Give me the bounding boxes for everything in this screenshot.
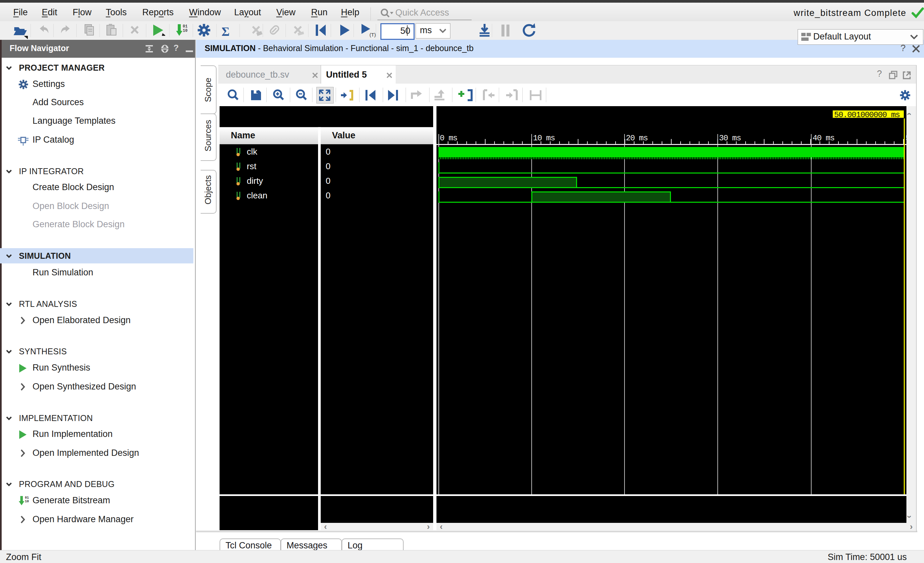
svg-text:01: 01	[183, 24, 188, 29]
svg-text:(T): (T)	[369, 32, 376, 38]
svg-text:10: 10	[25, 500, 29, 503]
svg-text:10: 10	[183, 29, 188, 33]
svg-text:01: 01	[25, 496, 29, 500]
